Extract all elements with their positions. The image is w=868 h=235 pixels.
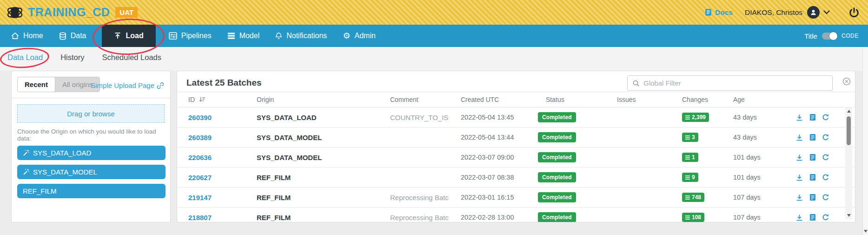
reload-button[interactable] (822, 114, 829, 121)
download-button[interactable] (795, 194, 803, 201)
tab-recent[interactable]: Recent (18, 77, 55, 92)
scrollbar-thumb[interactable] (847, 116, 851, 145)
status-badge: Completed (538, 112, 576, 122)
batch-id-link[interactable]: 260389 (188, 134, 257, 141)
column-header-created[interactable]: Created UTC (461, 96, 538, 103)
nav-item-home[interactable]: Home (11, 25, 43, 47)
column-header-changes[interactable]: Changes (682, 96, 733, 103)
nav-item-load[interactable]: Load (102, 25, 155, 47)
changes-badge[interactable]: 2,399 (682, 113, 709, 122)
batch-created: 2022-02-28 13:00 (461, 214, 538, 221)
code-toggle-label: CODE (841, 33, 859, 39)
list-lines-icon (685, 115, 690, 120)
column-header-status[interactable]: Status (538, 96, 617, 103)
pipelines-icon (169, 32, 177, 40)
batch-age: 43 days (733, 134, 795, 141)
log-button[interactable] (809, 154, 816, 161)
log-button[interactable] (809, 194, 816, 201)
batch-id-link[interactable]: 218807 (188, 214, 257, 222)
batch-id-link[interactable]: 220627 (188, 174, 257, 181)
column-header-id[interactable]: ID (188, 96, 257, 103)
batch-created: 2022-03-07 09:00 (461, 154, 538, 161)
origin-button-sys-data-model[interactable]: SYS_DATA_MODEL (17, 165, 166, 179)
nav-item-admin[interactable]: ⚙ Admin (343, 25, 376, 47)
download-button[interactable] (795, 114, 803, 121)
download-button[interactable] (795, 154, 803, 161)
download-icon (795, 214, 803, 222)
log-list-icon (809, 114, 816, 121)
reload-button[interactable] (822, 174, 829, 181)
nav-item-notifications[interactable]: Notifications (275, 25, 327, 47)
refresh-icon (822, 174, 829, 181)
database-icon (59, 32, 66, 40)
avatar[interactable] (807, 6, 820, 19)
nav-item-data[interactable]: Data (59, 25, 86, 47)
nav-item-pipelines[interactable]: Pipelines (169, 25, 212, 47)
main-navbar: Home Data Load (0, 25, 868, 47)
subnav-item-data-load[interactable]: Data Load (7, 53, 43, 62)
origin-button-ref-film[interactable]: REF_FILM (17, 184, 166, 198)
download-button[interactable] (795, 214, 803, 222)
reload-button[interactable] (822, 154, 829, 161)
changes-badge[interactable]: 1 (682, 153, 698, 162)
subnav-item-scheduled-loads[interactable]: Scheduled Loads (102, 53, 162, 62)
log-button[interactable] (809, 174, 816, 181)
global-filter-input[interactable] (643, 79, 828, 87)
file-dropzone[interactable]: Drag or browse (17, 104, 165, 123)
batch-origin: SYS_DATA_LOAD (257, 114, 390, 121)
load-subnav: Data Load History Scheduled Loads (0, 47, 868, 71)
simple-upload-page-link[interactable]: Simple Upload Page (91, 81, 164, 89)
column-header-origin[interactable]: Origin (257, 96, 390, 103)
title-code-toggle[interactable] (822, 33, 837, 40)
reload-button[interactable] (822, 194, 829, 201)
batch-age: 107 days (733, 194, 795, 201)
download-button[interactable] (795, 134, 803, 141)
scroll-up-arrow[interactable] (845, 108, 852, 114)
toggle-knob[interactable] (829, 32, 837, 40)
log-button[interactable] (809, 214, 816, 221)
page-scroll-down-arrow[interactable] (864, 230, 868, 233)
reload-button[interactable] (822, 214, 829, 221)
clear-filter-button[interactable] (842, 77, 851, 86)
panel-divider (12, 98, 170, 98)
page-scrollbar[interactable] (862, 47, 868, 235)
origin-button-label: SYS_DATA_LOAD (33, 149, 91, 157)
global-filter (627, 75, 833, 91)
changes-badge[interactable]: 108 (682, 213, 704, 222)
log-list-icon (809, 214, 816, 221)
log-list-icon (809, 174, 816, 181)
user-name[interactable]: DIAKOS, Christos (745, 8, 802, 17)
log-button[interactable] (809, 134, 816, 141)
changes-badge[interactable]: 748 (682, 193, 704, 202)
logout-power-button[interactable] (848, 7, 860, 18)
table-row: 260390 SYS_DATA_LOAD COUNTRY_TO_ISO 2022… (177, 107, 855, 128)
status-badge: Completed (538, 132, 576, 142)
download-button[interactable] (795, 174, 803, 181)
table-row: 220627 REF_FILM 2022-03-07 08:38 Complet… (177, 168, 855, 188)
batch-age: 43 days (733, 114, 795, 121)
column-header-age[interactable]: Age (733, 96, 795, 103)
batches-panel: Latest 25 Batches ID (177, 71, 855, 222)
changes-badge[interactable]: 9 (682, 173, 698, 182)
table-scrollbar[interactable] (845, 107, 852, 219)
nav-label: Home (23, 32, 43, 40)
column-header-issues[interactable]: Issues (617, 96, 682, 103)
batch-id-link[interactable]: 219147 (188, 194, 257, 201)
origin-button-sys-data-load[interactable]: SYS_DATA_LOAD (17, 146, 166, 160)
batch-id-link[interactable]: 260390 (188, 114, 257, 121)
log-button[interactable] (809, 114, 816, 121)
changes-badge[interactable]: 3 (682, 133, 698, 142)
reload-button[interactable] (822, 134, 829, 141)
chevron-down-icon[interactable] (823, 10, 830, 14)
sort-descending-icon (199, 96, 205, 103)
table-row: 218807 REF_FILM Reprocessing Batch 2022-… (177, 208, 855, 222)
column-header-comment[interactable]: Comment (390, 96, 461, 103)
batch-id-link[interactable]: 220636 (188, 154, 257, 161)
nav-item-model[interactable]: Model (227, 25, 260, 47)
refresh-icon (822, 214, 829, 221)
batch-created: 2022-05-04 13:45 (461, 114, 538, 121)
environment-badge: UAT (115, 7, 138, 18)
scroll-down-arrow[interactable] (845, 212, 852, 219)
docs-link[interactable]: Docs (704, 8, 733, 17)
subnav-item-history[interactable]: History (60, 53, 84, 62)
